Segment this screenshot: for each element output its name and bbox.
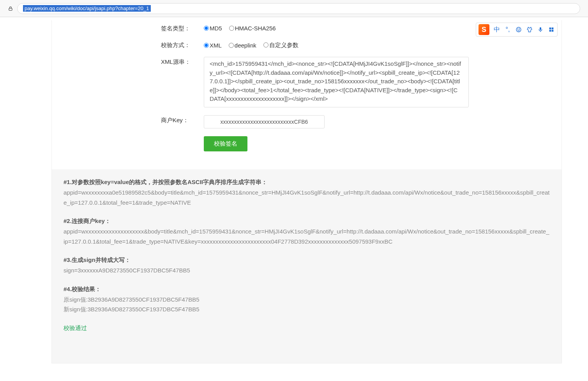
step1-body: appid=wxxxxxxxxa0e51989582c5&body=title&…: [64, 188, 550, 207]
svg-point-1: [516, 27, 521, 32]
url-field[interactable]: pay.weixin.qq.com/wiki/doc/api/jsapi.php…: [17, 3, 580, 14]
step1-title: #1.对参数按照key=value的格式，并按照参数名ASCII字典序排序生成字…: [64, 179, 550, 186]
lock-icon: [8, 6, 13, 11]
step2-body: appid=wxxxxxxxxxxxxxxxxxxxx&body=title&m…: [64, 226, 550, 246]
svg-rect-7: [552, 28, 554, 30]
step3-body: sign=3xxxxxxA9D8273550CF1937DBC5F47BB5: [64, 265, 550, 276]
punct-icon[interactable]: °,: [504, 26, 511, 33]
step4-title: #4.校验结果：: [64, 286, 550, 293]
svg-rect-8: [549, 30, 551, 32]
mic-icon[interactable]: [537, 26, 544, 33]
sogou-logo-icon[interactable]: S: [479, 24, 489, 35]
row-key: 商户Key：: [161, 115, 550, 128]
row-submit: 校验签名: [161, 136, 550, 151]
svg-rect-9: [552, 30, 554, 32]
label-key: 商户Key：: [161, 115, 204, 124]
url-text: pay.weixin.qq.com/wiki/doc/api/jsapi.php…: [23, 5, 151, 12]
content-card: S 中 °, 签名类型： MD5 HMAC-SHA256: [51, 20, 562, 363]
form-area: 签名类型： MD5 HMAC-SHA256 校验方式： XML deeplink…: [52, 20, 562, 169]
emoji-icon[interactable]: [515, 26, 522, 33]
radio-custom[interactable]: 自定义参数: [263, 42, 298, 49]
sign-type-group: MD5 HMAC-SHA256: [204, 23, 280, 32]
radio-hmac[interactable]: HMAC-SHA256: [229, 25, 276, 32]
radio-md5[interactable]: MD5: [204, 25, 222, 32]
cn-mode-icon[interactable]: 中: [493, 26, 500, 33]
result-area: #1.对参数按照key=value的格式，并按照参数名ASCII字典序排序生成字…: [52, 169, 562, 363]
verify-pass-text: 校验通过: [64, 325, 550, 332]
skin-icon[interactable]: [526, 26, 533, 33]
svg-point-3: [519, 29, 519, 29]
step3-title: #3.生成sign并转成大写：: [64, 256, 550, 264]
merchant-key-input[interactable]: [204, 115, 325, 128]
row-verify-mode: 校验方式： XML deeplink 自定义参数: [161, 40, 550, 49]
verify-mode-group: XML deeplink 自定义参数: [204, 40, 302, 49]
browser-address-bar: pay.weixin.qq.com/wiki/doc/api/jsapi.php…: [0, 0, 588, 17]
svg-rect-4: [540, 27, 541, 30]
label-xml: XML源串：: [161, 57, 204, 66]
radio-deeplink[interactable]: deeplink: [229, 42, 256, 49]
ime-toolbar: S 中 °,: [476, 23, 558, 37]
radio-xml[interactable]: XML: [204, 42, 222, 49]
step4-body-b: 新sign值:3B2936A9D8273550CF1937DBC5F47BB5: [64, 304, 550, 314]
xml-textarea[interactable]: [204, 57, 469, 107]
svg-rect-0: [9, 8, 12, 10]
label-verify-mode: 校验方式：: [161, 40, 204, 49]
svg-point-2: [517, 29, 518, 29]
verify-button[interactable]: 校验签名: [204, 136, 247, 151]
svg-rect-6: [549, 28, 551, 30]
step2-title: #2.连接商户key：: [64, 218, 550, 225]
row-xml: XML源串：: [161, 57, 550, 107]
grid-icon[interactable]: [548, 26, 555, 33]
step4-body-a: 原sign值:3B2936A9D8273550CF1937DBC5F47BB5: [64, 295, 550, 305]
label-sign-type: 签名类型：: [161, 23, 204, 32]
